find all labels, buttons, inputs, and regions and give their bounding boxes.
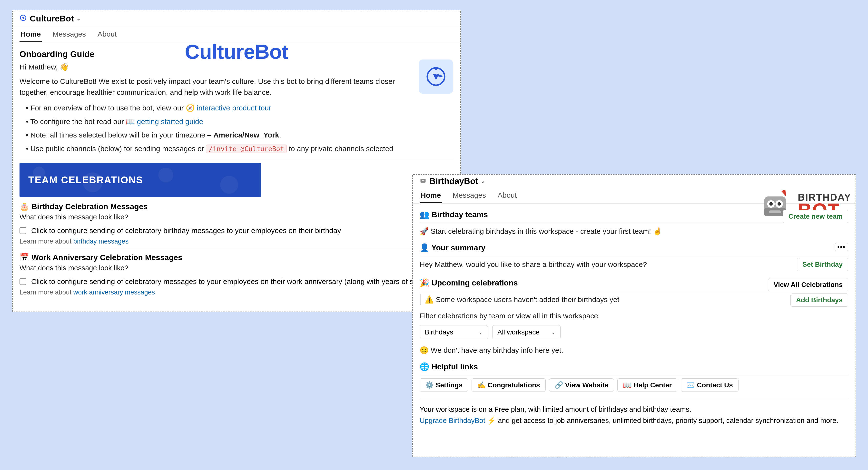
create-team-button[interactable]: Create new team bbox=[783, 210, 848, 223]
birthdaybot-app-icon bbox=[420, 177, 427, 186]
culturebot-app-icon bbox=[20, 14, 27, 23]
divider bbox=[420, 375, 849, 375]
website-button[interactable]: 🔗 View Website bbox=[549, 378, 614, 392]
getting-started-link[interactable]: getting started guide bbox=[137, 118, 203, 126]
anniv-q: What does this message look like? bbox=[20, 264, 454, 272]
culturebot-logo-tile bbox=[419, 60, 453, 94]
set-birthday-button[interactable]: Set Birthday bbox=[797, 258, 848, 271]
footer-line2-rest: ⚡ and get access to job anniversaries, u… bbox=[485, 417, 838, 425]
filter-scope-select[interactable]: All workspace ⌄ bbox=[492, 325, 561, 339]
compass-icon bbox=[425, 66, 447, 88]
help-center-button[interactable]: 📖 Help Center bbox=[617, 378, 677, 392]
svg-point-4 bbox=[422, 180, 423, 181]
upcoming-warning: ⚠️ Some workspace users haven't added th… bbox=[420, 294, 849, 305]
filter-scope-value: All workspace bbox=[497, 328, 539, 336]
settings-button[interactable]: ⚙️ Settings bbox=[420, 378, 468, 392]
anniv-checkbox[interactable] bbox=[20, 278, 26, 285]
chevron-down-icon: ⌄ bbox=[551, 329, 555, 336]
svg-rect-2 bbox=[435, 67, 437, 70]
anniv-learn-link[interactable]: work anniversary messages bbox=[73, 289, 155, 296]
birthday-section-title: 🎂 Birthday Celebration Messages bbox=[20, 202, 454, 211]
onboarding-bullets: For an overview of how to use the bot, v… bbox=[26, 101, 454, 155]
filter-type-select[interactable]: Birthdays ⌄ bbox=[420, 325, 488, 339]
bullet1-pre: For an overview of how to use the bot, v… bbox=[30, 104, 197, 112]
birthdaybot-panel: BirthdayBot ⌄ Home Messages About BIRTHD… bbox=[412, 174, 856, 457]
tab-about[interactable]: About bbox=[497, 190, 518, 203]
anniv-section-title: 📅 Work Anniversary Celebration Messages bbox=[20, 253, 454, 262]
summary-line: Hey Matthew, would you like to share a b… bbox=[420, 259, 849, 270]
timezone: America/New_York bbox=[213, 131, 279, 139]
view-all-button[interactable]: View All Celebrations bbox=[768, 278, 848, 291]
app-title[interactable]: CultureBot bbox=[30, 14, 74, 23]
intro-text: Welcome to CultureBot! We exist to posit… bbox=[20, 76, 400, 98]
chevron-down-icon[interactable]: ⌄ bbox=[76, 15, 81, 22]
culturebot-wordmark: CultureBot bbox=[185, 40, 288, 64]
tab-messages[interactable]: Messages bbox=[452, 190, 487, 203]
birthdaybot-header: BirthdayBot ⌄ bbox=[413, 175, 856, 187]
culturebot-panel: CultureBot ⌄ Home Messages About Culture… bbox=[12, 10, 461, 312]
bullet3-post: . bbox=[279, 131, 281, 139]
links-title: 🌐 Helpful links bbox=[420, 362, 849, 371]
birthday-q: What does this message look like? bbox=[20, 213, 454, 221]
svg-marker-6 bbox=[781, 190, 786, 196]
svg-rect-3 bbox=[421, 179, 426, 183]
contact-button[interactable]: ✉️ Contact Us bbox=[681, 378, 739, 392]
bullet2-pre: To configure the bot read our 📖 bbox=[30, 118, 137, 126]
svg-point-5 bbox=[423, 180, 425, 181]
add-birthdays-button[interactable]: Add Birthdays bbox=[790, 293, 848, 307]
chevron-down-icon[interactable]: ⌄ bbox=[480, 178, 485, 184]
app-title[interactable]: BirthdayBot bbox=[429, 176, 478, 186]
summary-title: 👤 Your summary bbox=[420, 243, 849, 252]
tab-home[interactable]: Home bbox=[420, 190, 442, 203]
summary-overflow-button[interactable]: ••• bbox=[835, 243, 848, 251]
anniv-learn-pre: Learn more about bbox=[20, 289, 73, 296]
tab-messages[interactable]: Messages bbox=[52, 29, 87, 42]
invite-command: /invite @CultureBot bbox=[206, 145, 287, 153]
filter-type-value: Birthdays bbox=[425, 328, 453, 336]
filter-label: Filter celebrations by team or view all … bbox=[420, 310, 849, 321]
tab-home[interactable]: Home bbox=[20, 29, 42, 42]
bullet3-pre: Note: all times selected below will be i… bbox=[30, 131, 213, 139]
upcoming-empty: 🙂 We don't have any birthday info here y… bbox=[420, 345, 849, 356]
bullet4-pre: Use public channels (below) for sending … bbox=[30, 145, 206, 153]
congrats-button[interactable]: ✍️ Congratulations bbox=[471, 378, 546, 392]
birthday-learn-pre: Learn more about bbox=[20, 238, 73, 245]
product-tour-link[interactable]: interactive product tour bbox=[197, 104, 271, 112]
birthday-learn-link[interactable]: birthday messages bbox=[73, 238, 129, 245]
team-celebrations-banner: TEAM CELEBRATIONS bbox=[20, 163, 261, 197]
birthday-checkbox-label: Click to configure sending of celebrator… bbox=[31, 226, 341, 235]
divider bbox=[420, 256, 849, 256]
bullet4-post: to any private channels selected bbox=[287, 145, 393, 153]
birthday-checkbox[interactable] bbox=[20, 227, 26, 234]
culturebot-header: CultureBot ⌄ bbox=[13, 10, 460, 26]
chevron-down-icon: ⌄ bbox=[478, 329, 483, 336]
divider bbox=[20, 160, 454, 160]
footer-line1: Your workspace is on a Free plan, with l… bbox=[420, 404, 849, 415]
teams-line: 🚀 Start celebrating birthdays in this wo… bbox=[420, 226, 849, 237]
upgrade-link[interactable]: Upgrade BirthdayBot bbox=[420, 417, 485, 425]
tab-about[interactable]: About bbox=[97, 29, 118, 42]
anniv-checkbox-label: Click to configure sending of celebrator… bbox=[31, 277, 435, 286]
